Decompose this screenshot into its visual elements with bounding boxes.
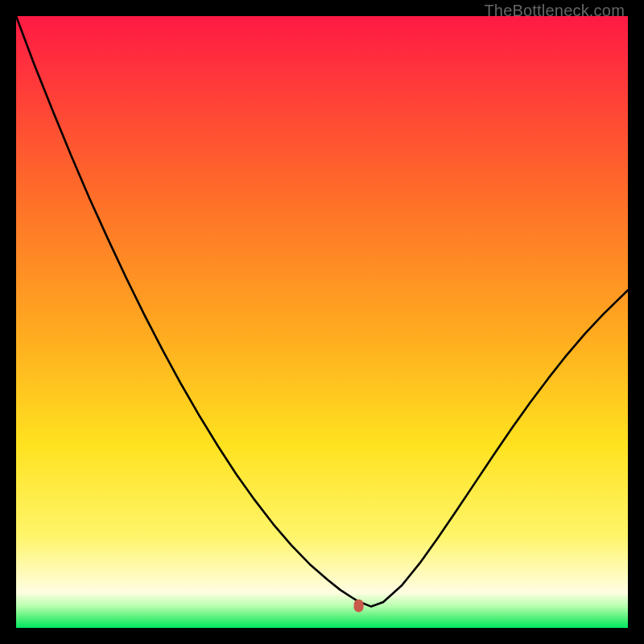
- green-zone: [16, 594, 628, 628]
- bottleneck-chart: [16, 16, 628, 628]
- optimal-marker: [354, 600, 364, 613]
- chart-frame: [16, 16, 628, 628]
- gradient-background: [16, 16, 628, 628]
- watermark-text: TheBottleneck.com: [484, 2, 625, 20]
